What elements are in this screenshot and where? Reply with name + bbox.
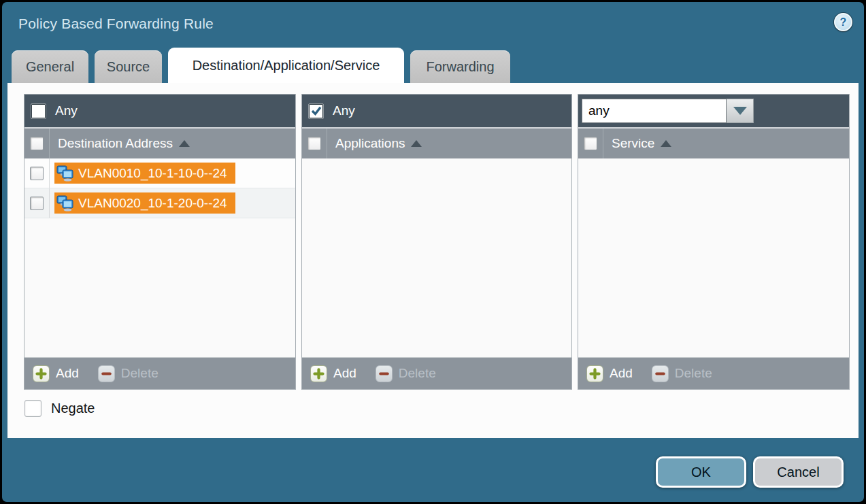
applications-any-label: Any <box>333 103 355 118</box>
row-checkbox[interactable] <box>30 197 44 210</box>
service-type-dropdown[interactable]: any <box>582 99 754 123</box>
minus-icon <box>98 365 115 382</box>
service-delete-button[interactable]: Delete <box>652 365 712 382</box>
row-checkbox[interactable] <box>30 167 44 180</box>
service-header-label[interactable]: Service <box>612 136 654 151</box>
dropdown-button[interactable] <box>727 99 754 123</box>
destination-address-column: Any Destination Address <box>24 94 296 390</box>
service-list <box>578 158 849 357</box>
title-bar: Policy Based Forwarding Rule ? <box>2 2 864 48</box>
service-type-dropdown-value[interactable]: any <box>582 99 727 123</box>
applications-select-all-checkbox[interactable] <box>307 137 321 150</box>
applications-list <box>302 158 571 357</box>
service-footer-toolbar: Add Delete <box>578 357 849 389</box>
applications-header-label[interactable]: Applications <box>335 136 405 151</box>
destination-select-all-checkbox[interactable] <box>30 137 44 150</box>
policy-based-forwarding-dialog: Policy Based Forwarding Rule ? General S… <box>0 0 866 504</box>
network-address-icon <box>56 195 74 212</box>
ok-button[interactable]: OK <box>656 456 746 488</box>
dialog-title: Policy Based Forwarding Rule <box>18 16 214 31</box>
destination-address-list: VLAN0010_10-1-10-0--24 <box>24 158 295 357</box>
service-column: any Service <box>578 94 850 390</box>
applications-any-bar: Any <box>302 95 571 127</box>
sort-asc-icon[interactable] <box>411 140 422 147</box>
negate-row: Negate <box>24 400 95 417</box>
address-chip-label: VLAN0010_10-1-10-0--24 <box>78 166 227 181</box>
address-chip[interactable]: VLAN0010_10-1-10-0--24 <box>54 163 235 184</box>
plus-icon <box>310 365 327 382</box>
sort-asc-icon[interactable] <box>661 140 671 147</box>
address-chip-label: VLAN0020_10-1-20-0--24 <box>78 196 227 211</box>
tab-content-panel: Any Destination Address <box>7 83 859 438</box>
minus-icon <box>652 365 669 382</box>
applications-footer-toolbar: Add Delete <box>302 357 571 389</box>
destination-footer-toolbar: Add Delete <box>24 357 295 389</box>
destination-any-checkbox[interactable] <box>31 103 46 119</box>
dialog-footer: OK Cancel <box>2 438 864 502</box>
applications-delete-button[interactable]: Delete <box>376 365 436 382</box>
tab-forwarding[interactable]: Forwarding <box>410 50 510 83</box>
network-address-icon <box>56 165 74 182</box>
destination-header-label[interactable]: Destination Address <box>58 136 173 151</box>
destination-any-label: Any <box>55 103 78 118</box>
plus-icon <box>33 365 50 382</box>
service-any-bar: any <box>578 95 849 127</box>
destination-column-header: Destination Address <box>24 127 295 158</box>
applications-column: Any Applications Add <box>301 94 572 390</box>
service-add-button[interactable]: Add <box>586 365 633 382</box>
service-select-all-checkbox[interactable] <box>584 137 597 150</box>
address-chip[interactable]: VLAN0020_10-1-20-0--24 <box>54 192 235 214</box>
cancel-button[interactable]: Cancel <box>753 456 844 488</box>
tab-bar: General Source Destination/Application/S… <box>2 48 864 83</box>
sort-asc-icon[interactable] <box>179 140 190 147</box>
destination-delete-button[interactable]: Delete <box>98 365 159 382</box>
service-column-header: Service <box>578 127 849 158</box>
table-row[interactable]: VLAN0010_10-1-10-0--24 <box>24 158 295 188</box>
help-icon[interactable]: ? <box>834 13 852 31</box>
destination-add-button[interactable]: Add <box>33 365 79 382</box>
table-row[interactable]: VLAN0020_10-1-20-0--24 <box>24 188 295 218</box>
negate-label: Negate <box>51 401 95 416</box>
tab-destination-application-service[interactable]: Destination/Application/Service <box>168 48 404 83</box>
plus-icon <box>586 365 603 382</box>
tab-source[interactable]: Source <box>95 50 162 83</box>
tab-general[interactable]: General <box>12 50 88 83</box>
negate-checkbox[interactable] <box>24 400 41 417</box>
applications-column-header: Applications <box>302 127 571 158</box>
applications-add-button[interactable]: Add <box>310 365 356 382</box>
minus-icon <box>376 365 393 382</box>
chevron-down-icon <box>733 107 747 115</box>
applications-any-checkbox[interactable] <box>308 103 324 119</box>
columns-container: Any Destination Address <box>24 94 850 390</box>
destination-any-bar: Any <box>24 95 295 127</box>
